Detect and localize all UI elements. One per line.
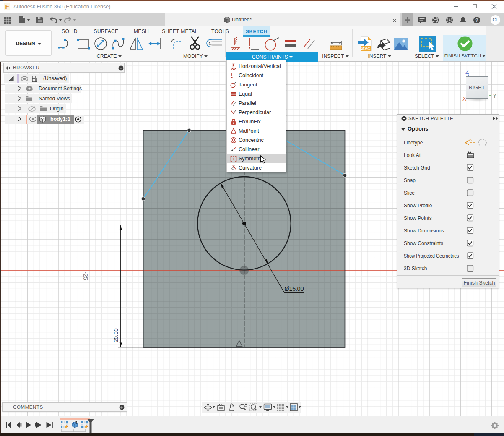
svg-text:-25: -25 xyxy=(82,272,89,280)
svg-text:Ø15.00: Ø15.00 xyxy=(285,285,304,292)
svg-text:?: ? xyxy=(475,18,478,23)
svg-text:SVG: SVG xyxy=(362,46,370,51)
svg-text:20.00: 20.00 xyxy=(113,328,119,342)
